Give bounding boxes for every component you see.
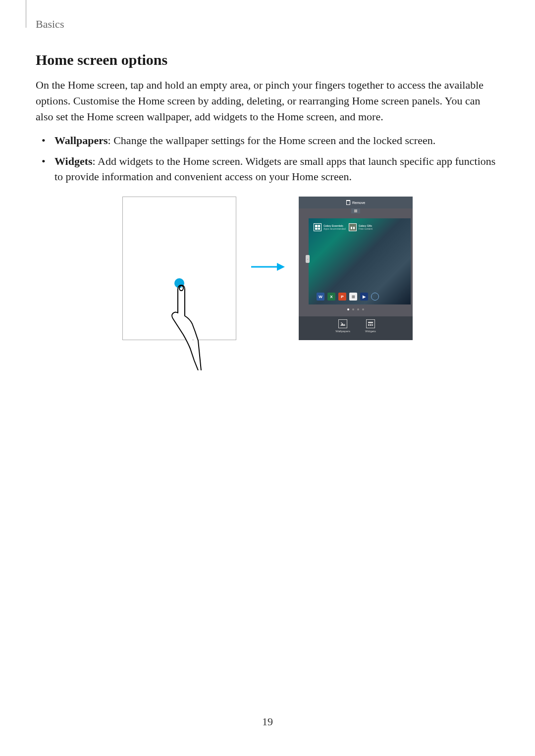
svg-rect-8 bbox=[370, 324, 372, 326]
hand-gesture-icon bbox=[167, 281, 202, 370]
gift-icon bbox=[349, 223, 357, 231]
option-wallpapers: Wallpapers bbox=[335, 319, 350, 340]
widget-row: Galaxy Essentials Apps recommended Galax… bbox=[309, 218, 411, 231]
hancom-icon: ⊞ bbox=[349, 293, 357, 301]
page-tick-line bbox=[26, 0, 26, 28]
bullet-term: Wallpapers bbox=[54, 134, 108, 147]
breadcrumb: Basics bbox=[36, 18, 64, 31]
arrow-right-icon bbox=[250, 262, 285, 272]
intro-paragraph: On the Home screen, tap and hold an empt… bbox=[36, 77, 499, 125]
svg-rect-6 bbox=[368, 322, 373, 323]
widget-text: Galaxy Essentials Apps recommended bbox=[323, 224, 346, 230]
option-widgets: Widgets bbox=[365, 319, 376, 340]
app-dock: W X P ⊞ ▶ bbox=[317, 293, 410, 301]
section-title: Home screen options bbox=[36, 51, 499, 68]
remove-bar: Remove bbox=[299, 197, 413, 208]
feature-widgets: Widgets: Add widgets to the Home screen.… bbox=[50, 153, 499, 185]
powerpoint-icon: P bbox=[338, 293, 346, 301]
home-panel: Galaxy Essentials Apps recommended Galax… bbox=[309, 218, 411, 304]
widgets-label: Widgets bbox=[365, 330, 376, 333]
galaxy-gifts-widget: Galaxy Gifts Free content bbox=[349, 223, 373, 231]
feature-wallpapers: Wallpapers: Change the wallpaper setting… bbox=[50, 133, 499, 149]
bullet-desc: : Change the wallpaper settings for the … bbox=[108, 134, 436, 147]
dot-icon bbox=[352, 308, 354, 310]
home-screen-options-screenshot: Remove Galaxy Essentials Apps recommende… bbox=[299, 197, 413, 340]
svg-marker-1 bbox=[277, 263, 285, 271]
svg-point-5 bbox=[341, 322, 342, 323]
page-number: 19 bbox=[0, 715, 535, 728]
wallpaper-icon bbox=[338, 319, 347, 328]
dot-icon bbox=[357, 308, 359, 310]
dot-icon bbox=[362, 308, 364, 310]
svg-rect-7 bbox=[368, 324, 370, 326]
remove-label: Remove bbox=[352, 201, 365, 204]
blank-tablet-illustration bbox=[122, 197, 236, 340]
svg-rect-9 bbox=[372, 324, 373, 326]
browser-icon bbox=[371, 293, 379, 301]
dot-icon bbox=[347, 308, 349, 310]
galaxy-essentials-widget: Galaxy Essentials Apps recommended bbox=[314, 223, 346, 231]
bullet-term: Widgets bbox=[54, 155, 93, 167]
home-icon bbox=[354, 209, 357, 212]
wallpapers-label: Wallpapers bbox=[335, 330, 350, 333]
svg-marker-4 bbox=[340, 323, 345, 326]
widget-text: Galaxy Gifts Free content bbox=[359, 224, 373, 230]
widgets-icon bbox=[366, 319, 375, 328]
figure-row: Remove Galaxy Essentials Apps recommende… bbox=[36, 197, 499, 340]
home-tab bbox=[351, 208, 360, 213]
excel-icon: X bbox=[327, 293, 335, 301]
svg-rect-3 bbox=[352, 226, 353, 229]
play-icon: ▶ bbox=[360, 293, 368, 301]
word-icon: W bbox=[317, 293, 324, 301]
page-indicator bbox=[299, 308, 413, 310]
page-content: Home screen options On the Home screen, … bbox=[36, 51, 499, 340]
trash-icon bbox=[346, 200, 350, 205]
apps-grid-icon bbox=[314, 223, 321, 231]
feature-list: Wallpapers: Change the wallpaper setting… bbox=[36, 133, 499, 185]
side-tab: ‹ bbox=[306, 255, 310, 263]
bottom-options-bar: Wallpapers Widgets bbox=[299, 316, 413, 340]
bullet-desc: : Add widgets to the Home screen. Widget… bbox=[54, 155, 495, 183]
